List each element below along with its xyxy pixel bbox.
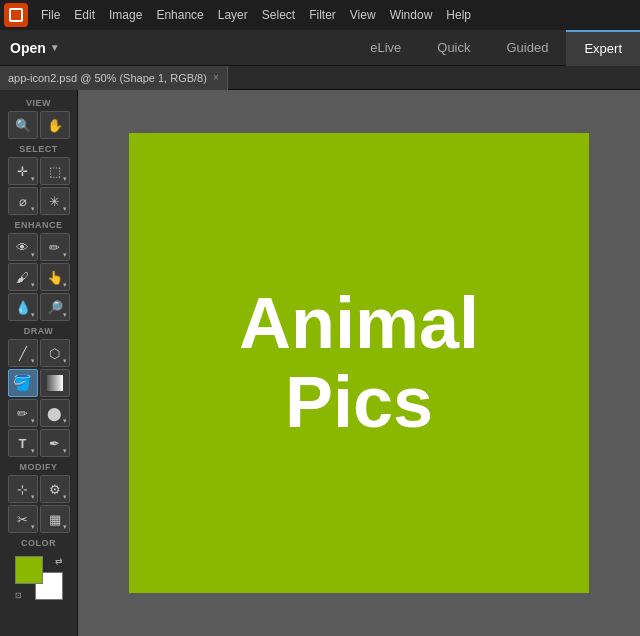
type-icon: T xyxy=(19,436,27,451)
draw-tools-row2: 🪣 xyxy=(3,369,75,397)
paint-bucket-tool[interactable]: 🪣 xyxy=(8,369,38,397)
menu-file[interactable]: File xyxy=(34,5,67,25)
brush-icon: ╱ xyxy=(19,346,27,361)
straighten-icon: ✂ xyxy=(17,512,28,527)
eye-tool[interactable]: 👁 ▾ xyxy=(8,233,38,261)
eraser-tool[interactable]: ⬡ ▾ xyxy=(40,339,70,367)
draw-tools-row4: T ▾ ✒ ▾ xyxy=(3,429,75,457)
gradient-icon xyxy=(47,375,63,391)
enhance-tools-row1: 👁 ▾ ✏ ▾ xyxy=(3,233,75,261)
recompose-icon: ⚙ xyxy=(49,482,61,497)
color-section-label: COLOR xyxy=(0,538,77,548)
reset-colors-icon[interactable]: ⊡ xyxy=(15,591,22,600)
smudge-tool[interactable]: 👆 ▾ xyxy=(40,263,70,291)
pencil-icon: ✏ xyxy=(17,406,28,421)
straighten-tool[interactable]: ✂ ▾ xyxy=(8,505,38,533)
sharpen-tool[interactable]: 🔎 ▾ xyxy=(40,293,70,321)
marquee-icon: ⬚ xyxy=(49,164,61,179)
draw-section-label: DRAW xyxy=(0,326,77,336)
content-aware-icon: ▦ xyxy=(49,512,61,527)
eraser-icon: ⬡ xyxy=(49,346,60,361)
gradient-tool[interactable] xyxy=(40,369,70,397)
menubar: File Edit Image Enhance Layer Select Fil… xyxy=(0,0,640,30)
enhance-tools-row2: 🖌 ▾ 👆 ▾ xyxy=(3,263,75,291)
enhance-tools-row3: 💧 ▾ 🔎 ▾ xyxy=(3,293,75,321)
move-icon: ✛ xyxy=(17,164,28,179)
sharpen-icon: 🔎 xyxy=(47,300,63,315)
menu-select[interactable]: Select xyxy=(255,5,302,25)
dodge-tool[interactable]: 💧 ▾ xyxy=(8,293,38,321)
type-tool[interactable]: T ▾ xyxy=(8,429,38,457)
healing-tool[interactable]: ✏ ▾ xyxy=(40,233,70,261)
hand-tool[interactable]: ✋ xyxy=(40,111,70,139)
color-swatches: ⇄ ⊡ xyxy=(15,556,63,600)
menu-help[interactable]: Help xyxy=(439,5,478,25)
canvas-text-line2: Pics xyxy=(285,363,433,442)
document-tab[interactable]: app-icon2.psd @ 50% (Shape 1, RGB/8) × xyxy=(0,66,228,90)
foreground-color-swatch[interactable] xyxy=(15,556,43,584)
zoom-icon: 🔍 xyxy=(15,118,31,133)
brush-tool[interactable]: ╱ ▾ xyxy=(8,339,38,367)
canvas-area: Animal Pics xyxy=(78,90,640,636)
tab-elive[interactable]: eLive xyxy=(352,30,419,66)
pencil-tool[interactable]: ✏ ▾ xyxy=(8,399,38,427)
paint-bucket-icon: 🪣 xyxy=(13,374,32,392)
clone-icon: 🖌 xyxy=(16,270,29,285)
view-section-label: VIEW xyxy=(0,98,77,108)
canvas: Animal Pics xyxy=(129,133,589,593)
lasso-icon: ⌀ xyxy=(19,194,27,209)
top-toolbar: Open ▼ eLive Quick Guided Expert xyxy=(0,30,640,66)
zoom-tool[interactable]: 🔍 xyxy=(8,111,38,139)
custom-shape-tool[interactable]: ✒ ▾ xyxy=(40,429,70,457)
canvas-text-line1: Animal xyxy=(239,284,479,363)
open-arrow-icon: ▼ xyxy=(50,42,60,53)
svg-rect-0 xyxy=(47,375,63,391)
modify-tools-row2: ✂ ▾ ▦ ▾ xyxy=(3,505,75,533)
menu-filter[interactable]: Filter xyxy=(302,5,343,25)
dodge-icon: 💧 xyxy=(15,300,31,315)
magic-wand-icon: ✳ xyxy=(49,194,60,209)
crop-icon: ⊹ xyxy=(17,482,28,497)
marquee-tool[interactable]: ⬚ ▾ xyxy=(40,157,70,185)
main-area: VIEW 🔍 ✋ SELECT ✛ ▾ ⬚ ▾ ⌀ ▾ xyxy=(0,90,640,636)
select-section-label: SELECT xyxy=(0,144,77,154)
shape-icon: ⬤ xyxy=(47,406,62,421)
menu-window[interactable]: Window xyxy=(383,5,440,25)
document-tab-label: app-icon2.psd @ 50% (Shape 1, RGB/8) xyxy=(8,72,207,84)
menu-enhance[interactable]: Enhance xyxy=(149,5,210,25)
swap-colors-icon[interactable]: ⇄ xyxy=(55,556,63,566)
smudge-icon: 👆 xyxy=(47,270,63,285)
modify-section-label: MODIFY xyxy=(0,462,77,472)
tools-panel: VIEW 🔍 ✋ SELECT ✛ ▾ ⬚ ▾ ⌀ ▾ xyxy=(0,90,78,636)
recompose-tool[interactable]: ⚙ ▾ xyxy=(40,475,70,503)
draw-tools-row1: ╱ ▾ ⬡ ▾ xyxy=(3,339,75,367)
content-aware-tool[interactable]: ▦ ▾ xyxy=(40,505,70,533)
tab-expert[interactable]: Expert xyxy=(566,30,640,66)
select-tools-row2: ⌀ ▾ ✳ ▾ xyxy=(3,187,75,215)
move-tool[interactable]: ✛ ▾ xyxy=(8,157,38,185)
color-section: ⇄ ⊡ xyxy=(0,554,77,600)
close-tab-button[interactable]: × xyxy=(213,72,219,83)
app-logo xyxy=(4,3,28,27)
magic-wand-tool[interactable]: ✳ ▾ xyxy=(40,187,70,215)
modify-tools-row1: ⊹ ▾ ⚙ ▾ xyxy=(3,475,75,503)
healing-icon: ✏ xyxy=(49,240,60,255)
select-tools-row1: ✛ ▾ ⬚ ▾ xyxy=(3,157,75,185)
enhance-section-label: ENHANCE xyxy=(0,220,77,230)
tab-guided[interactable]: Guided xyxy=(489,30,567,66)
tab-bar: app-icon2.psd @ 50% (Shape 1, RGB/8) × xyxy=(0,66,640,90)
lasso-tool[interactable]: ⌀ ▾ xyxy=(8,187,38,215)
menu-image[interactable]: Image xyxy=(102,5,149,25)
menu-view[interactable]: View xyxy=(343,5,383,25)
shape-tool[interactable]: ⬤ ▾ xyxy=(40,399,70,427)
tab-quick[interactable]: Quick xyxy=(419,30,488,66)
crop-tool[interactable]: ⊹ ▾ xyxy=(8,475,38,503)
clone-tool[interactable]: 🖌 ▾ xyxy=(8,263,38,291)
hand-icon: ✋ xyxy=(47,118,63,133)
view-tools-row: 🔍 ✋ xyxy=(3,111,75,139)
custom-shape-icon: ✒ xyxy=(49,436,60,451)
menu-edit[interactable]: Edit xyxy=(67,5,102,25)
draw-tools-row3: ✏ ▾ ⬤ ▾ xyxy=(3,399,75,427)
open-button[interactable]: Open ▼ xyxy=(0,36,70,60)
menu-layer[interactable]: Layer xyxy=(211,5,255,25)
